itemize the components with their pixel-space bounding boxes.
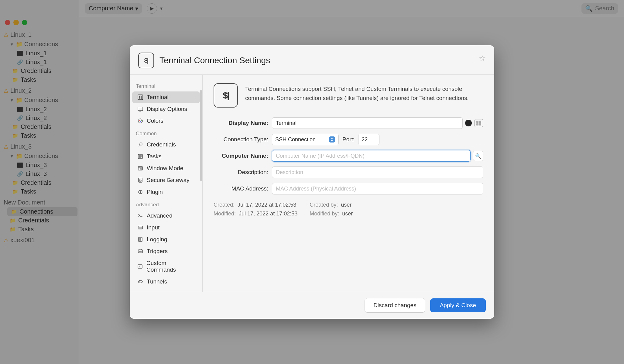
modal-header: $| Terminal Connection Settings ☆ bbox=[130, 45, 494, 75]
computer-name-search-button[interactable]: 🔍 bbox=[473, 151, 483, 161]
description-label: Description: bbox=[214, 169, 268, 176]
nav-item-label: Advanced bbox=[147, 212, 173, 219]
tunnels-icon bbox=[137, 278, 144, 285]
tasks-icon bbox=[137, 153, 144, 160]
nav-item-custom-commands[interactable]: >_ Custom Commands bbox=[132, 257, 200, 276]
select-arrows-icon bbox=[329, 136, 335, 143]
window-mode-icon bbox=[137, 165, 144, 172]
svg-rect-2 bbox=[138, 107, 143, 111]
description-row: Description: bbox=[214, 167, 483, 178]
svg-rect-29 bbox=[141, 227, 142, 228]
connection-type-value: SSH Connection bbox=[275, 136, 316, 143]
svg-rect-30 bbox=[139, 228, 142, 228]
logging-icon bbox=[137, 236, 144, 243]
credentials-icon bbox=[137, 141, 144, 148]
svg-rect-17 bbox=[141, 168, 142, 170]
modal-sidebar: Terminal $| Terminal bbox=[130, 75, 203, 292]
display-options-icon bbox=[137, 106, 144, 112]
nav-item-advanced[interactable]: Advanced bbox=[132, 210, 200, 221]
nav-item-secure-gateway[interactable]: Secure Gateway bbox=[132, 174, 200, 186]
modal-footer: Discard changes Apply & Close bbox=[130, 292, 494, 319]
plugin-icon bbox=[137, 189, 144, 195]
nav-item-label: Secure Gateway bbox=[147, 177, 189, 184]
nav-item-plugin[interactable]: Plugin bbox=[132, 186, 200, 198]
secure-gateway-icon bbox=[137, 177, 144, 184]
modified-row: Modified: Jul 17, 2022 at 17:02:53 bbox=[214, 211, 297, 217]
port-input[interactable] bbox=[358, 134, 379, 145]
connection-type-row: Connection Type: SSH Connection Port bbox=[214, 134, 483, 145]
advanced-icon bbox=[137, 212, 144, 219]
section-label-terminal: Terminal bbox=[130, 80, 202, 91]
created-by-row: Created by: user bbox=[310, 202, 353, 208]
mac-address-row: MAC Address: bbox=[214, 183, 483, 194]
nav-item-label: Display Options bbox=[147, 106, 187, 112]
created-value: Jul 17, 2022 at 17:02:53 bbox=[238, 202, 296, 208]
svg-rect-28 bbox=[140, 227, 141, 228]
terminal-nav-icon: $| bbox=[137, 94, 144, 101]
content-icon: $| bbox=[214, 83, 238, 108]
color-picker-dot[interactable] bbox=[465, 120, 472, 126]
computer-name-controls: 🔍 bbox=[272, 150, 483, 162]
nav-item-label: Custom Commands bbox=[146, 260, 195, 273]
nav-item-label: Colors bbox=[147, 118, 163, 124]
modal-title: Terminal Connection Settings bbox=[159, 56, 270, 65]
svg-text:>_: >_ bbox=[139, 266, 142, 268]
nav-item-colors[interactable]: Colors bbox=[132, 115, 200, 127]
modified-by-value: user bbox=[342, 211, 353, 217]
metadata-section: Created: Jul 17, 2022 at 17:02:53 Modifi… bbox=[214, 202, 483, 217]
computer-name-label: Computer Name: bbox=[214, 153, 268, 159]
form-section: Display Name: bbox=[214, 117, 483, 194]
nav-item-input[interactable]: Input bbox=[132, 222, 200, 233]
created-row: Created: Jul 17, 2022 at 17:02:53 bbox=[214, 202, 297, 208]
nav-item-triggers[interactable]: Triggers bbox=[132, 246, 200, 257]
created-by-label: Created by: bbox=[310, 202, 338, 208]
nav-item-terminal[interactable]: $| Terminal bbox=[132, 91, 200, 103]
computer-name-input[interactable] bbox=[272, 150, 471, 162]
connection-type-label: Connection Type: bbox=[214, 136, 268, 143]
settings-modal: $| Terminal Connection Settings ☆ Termin… bbox=[130, 45, 494, 319]
connection-type-select[interactable]: SSH Connection bbox=[272, 134, 339, 145]
modal-star-button[interactable]: ☆ bbox=[479, 54, 486, 63]
svg-rect-26 bbox=[138, 226, 142, 229]
modified-by-label: Modified by: bbox=[310, 211, 339, 217]
modal-content: $| Terminal Connections support SSH, Tel… bbox=[203, 75, 494, 292]
nav-item-tunnels[interactable]: Tunnels bbox=[132, 276, 200, 287]
info-text: Terminal Connections support SSH, Telnet… bbox=[245, 83, 483, 103]
modal-overlay: $| Terminal Connection Settings ☆ Termin… bbox=[0, 0, 624, 364]
info-box: $| Terminal Connections support SSH, Tel… bbox=[214, 83, 483, 108]
custom-commands-icon: >_ bbox=[137, 263, 143, 270]
modified-label: Modified: bbox=[214, 211, 236, 217]
mac-address-input[interactable] bbox=[272, 183, 483, 194]
nav-item-window-mode[interactable]: Window Mode bbox=[132, 163, 200, 174]
discard-changes-button[interactable]: Discard changes bbox=[365, 298, 425, 313]
description-input[interactable] bbox=[272, 167, 483, 178]
modified-value: Jul 17, 2022 at 17:02:53 bbox=[239, 211, 297, 217]
svg-rect-35 bbox=[138, 250, 142, 253]
nav-item-label: Terminal bbox=[147, 94, 169, 101]
nav-item-label: Window Mode bbox=[147, 165, 183, 172]
grid-view-button[interactable] bbox=[474, 119, 483, 127]
mac-address-label: MAC Address: bbox=[214, 185, 268, 192]
apply-close-button[interactable]: Apply & Close bbox=[430, 298, 486, 312]
section-label-advanced: Advanced bbox=[130, 198, 202, 210]
display-name-row: Display Name: bbox=[214, 117, 483, 129]
display-name-label: Display Name: bbox=[214, 120, 268, 126]
input-icon bbox=[137, 224, 144, 231]
svg-text:$|: $| bbox=[139, 95, 142, 99]
nav-item-credentials[interactable]: Credentials bbox=[132, 139, 200, 150]
sidebar-scrollbar[interactable] bbox=[200, 90, 202, 181]
port-label: Port: bbox=[342, 136, 355, 143]
nav-item-logging[interactable]: Logging bbox=[132, 234, 200, 245]
svg-point-41 bbox=[138, 280, 142, 283]
svg-point-20 bbox=[140, 179, 141, 180]
triggers-icon bbox=[137, 248, 144, 255]
created-label: Created: bbox=[214, 202, 235, 208]
nav-item-label: Credentials bbox=[147, 141, 176, 148]
nav-item-display-options[interactable]: Display Options bbox=[132, 103, 200, 115]
metadata-col-left: Created: Jul 17, 2022 at 17:02:53 Modifi… bbox=[214, 202, 297, 217]
svg-point-22 bbox=[140, 191, 141, 193]
nav-item-label: Triggers bbox=[147, 248, 168, 255]
display-name-input[interactable] bbox=[272, 117, 463, 129]
nav-item-tasks[interactable]: Tasks bbox=[132, 151, 200, 162]
metadata-col-right: Created by: user Modified by: user bbox=[310, 202, 353, 217]
